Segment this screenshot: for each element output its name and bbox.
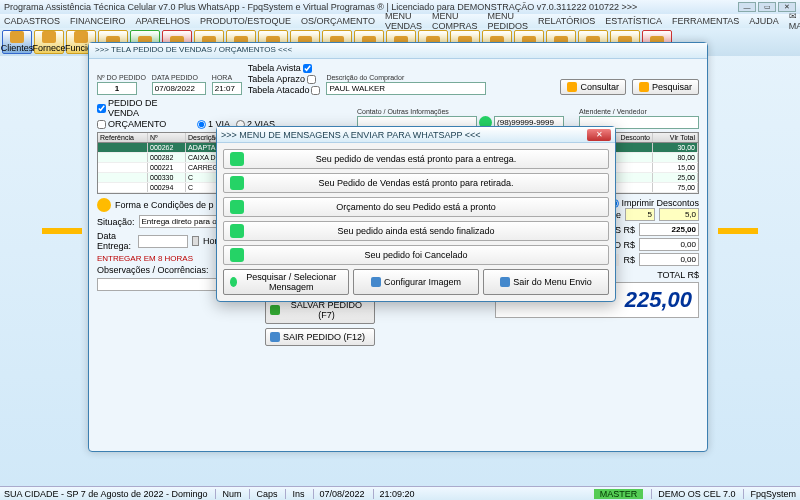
num-pedido-input[interactable] [97,82,137,95]
menu-vendas[interactable]: MENU VENDAS [385,11,422,31]
whatsapp-icon [230,248,244,262]
pesquisar-button[interactable]: Pesquisar [632,79,699,95]
tabela-avista-check[interactable] [303,64,312,73]
deco-bar-right [718,228,758,234]
tb-fornece[interactable]: Fornece [34,30,64,54]
tabela-atacado-check[interactable] [311,86,320,95]
search-icon [567,82,577,92]
status-date-text: SUA CIDADE - SP 7 de Agosto de 2022 - Do… [4,489,207,499]
pedido-venda-check[interactable] [97,104,106,113]
menu-pedidos[interactable]: MENU PEDIDOS [487,11,528,31]
deco-bar-left [42,228,82,234]
whatsapp-icon [230,200,244,214]
exit-icon [270,332,280,342]
whatsapp-modal: >>> MENU DE MENSAGENS A ENVIAR PARA WHAT… [216,126,616,302]
statusbar: SUA CIDADE - SP 7 de Agosto de 2022 - Do… [0,486,800,500]
menu-ajuda[interactable]: AJUDA [749,16,779,26]
forma-pgto-icon [97,198,111,212]
calendar-icon[interactable] [192,236,199,246]
menu-compras[interactable]: MENU COMPRAS [432,11,478,31]
exit-icon [500,277,510,287]
menu-relatorios[interactable]: RELATÓRIOS [538,16,595,26]
menu-os[interactable]: OS/ORÇAMENTO [301,16,375,26]
data-entrega-input[interactable] [138,235,188,248]
msg-option-4[interactable]: Seu pedido foi Cancelado [223,245,609,265]
menu-aparelhos[interactable]: APARELHOS [136,16,190,26]
orcamento-check[interactable] [97,120,106,129]
tabela-aprazo-check[interactable] [307,75,316,84]
sair-button[interactable]: SAIR PEDIDO (F12) [265,328,375,346]
desc-input[interactable] [639,238,699,251]
gear-icon [371,277,381,287]
configurar-img-button[interactable]: Configurar Imagem [353,269,479,295]
comprador-input[interactable] [326,82,486,95]
maximize-icon[interactable]: ▭ [758,2,776,12]
msg-option-2[interactable]: Orçamento do seu Pedido está a pronto [223,197,609,217]
tb-clientes[interactable]: Clientes [2,30,32,54]
whatsapp-icon [230,152,244,166]
menu-cadastros[interactable]: CADASTROS [4,16,60,26]
frete-input[interactable] [639,253,699,266]
pedido-title: >>> TELA PEDIDO DE VENDAS / ORÇAMENTOS <… [89,43,707,59]
menu-email[interactable]: ✉ E-MAIL [789,11,800,31]
menu-produto[interactable]: PRODUTO/ESTOQUE [200,16,291,26]
hora-input[interactable] [212,82,242,95]
whatsapp-icon [230,277,237,287]
sair-menu-button[interactable]: Sair do Menu Envio [483,269,609,295]
whatsapp-icon [230,176,244,190]
msg-option-1[interactable]: Seu Pedido de Vendas está pronto para re… [223,173,609,193]
status-master: MASTER [594,489,644,499]
menu-financeiro[interactable]: FINANCEIRO [70,16,126,26]
whatsapp-icon [230,224,244,238]
search-icon [639,82,649,92]
modal-close-icon[interactable]: ✕ [587,129,611,141]
save-icon [270,305,280,315]
qty-n-input[interactable] [625,208,655,221]
title-text: Programa Assistência Técnica Celular v7.… [4,2,637,12]
pesquisar-msg-button[interactable]: Pesquisar / Selecionar Mensagem [223,269,349,295]
modal-title-text: >>> MENU DE MENSAGENS A ENVIAR PARA WHAT… [221,130,481,140]
msg-option-3[interactable]: Seu pedido ainda está sendo finalizado [223,221,609,241]
msg-option-0[interactable]: Seu pedido de vendas está pronto para a … [223,149,609,169]
itens-input [639,223,699,236]
data-pedido-input[interactable] [152,82,206,95]
qty-v-input[interactable] [659,208,699,221]
via1-radio[interactable] [197,120,206,129]
menu-estatistica[interactable]: ESTATÍSTICA [605,16,662,26]
main-menubar: CADASTROS FINANCEIRO APARELHOS PRODUTO/E… [0,14,800,28]
consultar-button[interactable]: Consultar [560,79,626,95]
menu-ferramentas[interactable]: FERRAMENTAS [672,16,739,26]
minimize-icon[interactable]: — [738,2,756,12]
